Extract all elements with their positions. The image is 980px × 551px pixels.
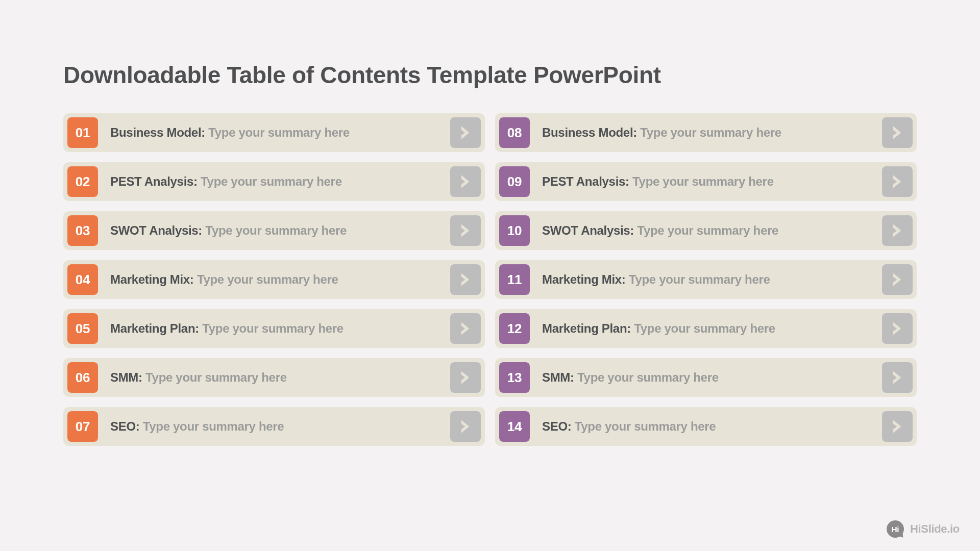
toc-number-badge: 04: [67, 264, 98, 295]
toc-text: SMM: Type your summary here: [98, 370, 450, 385]
toc-label: PEST Analysis:: [110, 174, 201, 188]
chevron-right-icon[interactable]: [450, 313, 481, 344]
toc-row[interactable]: 05 Marketing Plan: Type your summary her…: [63, 309, 485, 348]
toc-number-badge: 10: [499, 215, 530, 246]
chevron-right-icon[interactable]: [882, 264, 913, 295]
chevron-right-icon[interactable]: [882, 117, 913, 148]
toc-row[interactable]: 12 Marketing Plan: Type your summary her…: [495, 309, 917, 348]
toc-number-badge: 12: [499, 313, 530, 344]
toc-summary: Type your summary here: [201, 174, 342, 188]
toc-row[interactable]: 04 Marketing Mix: Type your summary here: [63, 260, 485, 299]
footer-brand: Hi HiSlide.io: [887, 520, 960, 538]
toc-text: Marketing Mix: Type your summary here: [98, 272, 450, 287]
toc-row[interactable]: 02 PEST Analysis: Type your summary here: [63, 162, 485, 201]
toc-label: SWOT Analysis:: [542, 223, 637, 237]
chevron-right-icon[interactable]: [882, 166, 913, 197]
toc-label: Business Model:: [542, 126, 640, 139]
toc-number-badge: 03: [67, 215, 98, 246]
toc-summary: Type your summary here: [197, 272, 338, 286]
chevron-right-icon[interactable]: [450, 117, 481, 148]
toc-number-badge: 13: [499, 362, 530, 393]
chevron-right-icon[interactable]: [882, 313, 913, 344]
toc-label: SMM:: [542, 370, 577, 384]
toc-text: SMM: Type your summary here: [530, 370, 882, 385]
toc-number-badge: 05: [67, 313, 98, 344]
toc-row[interactable]: 07 SEO: Type your summary here: [63, 407, 485, 446]
toc-label: SEO:: [542, 419, 575, 433]
toc-number-badge: 01: [67, 117, 98, 148]
toc-text: SWOT Analysis: Type your summary here: [98, 223, 450, 238]
toc-number-badge: 11: [499, 264, 530, 295]
chevron-right-icon[interactable]: [450, 166, 481, 197]
toc-row[interactable]: 11 Marketing Mix: Type your summary here: [495, 260, 917, 299]
toc-summary: Type your summary here: [629, 272, 770, 286]
toc-number-badge: 09: [499, 166, 530, 197]
toc-label: SWOT Analysis:: [110, 223, 205, 237]
toc-label: Marketing Mix:: [542, 272, 629, 286]
toc-text: PEST Analysis: Type your summary here: [530, 174, 882, 189]
toc-text: PEST Analysis: Type your summary here: [98, 174, 450, 189]
toc-text: SEO: Type your summary here: [98, 419, 450, 434]
toc-row[interactable]: 14 SEO: Type your summary here: [495, 407, 917, 446]
toc-number-badge: 07: [67, 411, 98, 442]
toc-summary: Type your summary here: [640, 126, 781, 139]
toc-summary: Type your summary here: [575, 419, 716, 433]
toc-number-badge: 08: [499, 117, 530, 148]
toc-text: SWOT Analysis: Type your summary here: [530, 223, 882, 238]
slide: Downloadable Table of Contents Template …: [0, 0, 980, 551]
toc-label: Marketing Plan:: [110, 321, 202, 335]
toc-text: SEO: Type your summary here: [530, 419, 882, 434]
toc-summary: Type your summary here: [208, 126, 350, 139]
toc-summary: Type your summary here: [205, 223, 347, 237]
toc-summary: Type your summary here: [637, 223, 778, 237]
toc-label: SEO:: [110, 419, 143, 433]
toc-label: PEST Analysis:: [542, 174, 632, 188]
chevron-right-icon[interactable]: [882, 362, 913, 393]
toc-columns: 01 Business Model: Type your summary her…: [63, 113, 917, 446]
toc-row[interactable]: 03 SWOT Analysis: Type your summary here: [63, 211, 485, 250]
toc-text: Business Model: Type your summary here: [98, 126, 450, 140]
toc-text: Marketing Mix: Type your summary here: [530, 272, 882, 287]
toc-summary: Type your summary here: [577, 370, 719, 384]
toc-label: Marketing Plan:: [542, 321, 634, 335]
toc-text: Marketing Plan: Type your summary here: [530, 321, 882, 336]
toc-summary: Type your summary here: [634, 321, 775, 335]
toc-row[interactable]: 13 SMM: Type your summary here: [495, 358, 917, 397]
toc-number-badge: 14: [499, 411, 530, 442]
toc-summary: Type your summary here: [632, 174, 774, 188]
chevron-right-icon[interactable]: [450, 215, 481, 246]
toc-row[interactable]: 01 Business Model: Type your summary her…: [63, 113, 485, 152]
toc-row[interactable]: 08 Business Model: Type your summary her…: [495, 113, 917, 152]
toc-summary: Type your summary here: [202, 321, 344, 335]
toc-number-badge: 06: [67, 362, 98, 393]
toc-text: Business Model: Type your summary here: [530, 126, 882, 140]
toc-number-badge: 02: [67, 166, 98, 197]
toc-summary: Type your summary here: [145, 370, 287, 384]
brand-bubble-icon: Hi: [887, 520, 904, 538]
toc-label: SMM:: [110, 370, 145, 384]
toc-row[interactable]: 10 SWOT Analysis: Type your summary here: [495, 211, 917, 250]
chevron-right-icon[interactable]: [450, 264, 481, 295]
chevron-right-icon[interactable]: [882, 411, 913, 442]
slide-title: Downloadable Table of Contents Template …: [63, 61, 917, 89]
toc-summary: Type your summary here: [143, 419, 284, 433]
toc-row[interactable]: 09 PEST Analysis: Type your summary here: [495, 162, 917, 201]
toc-column-right: 08 Business Model: Type your summary her…: [495, 113, 917, 446]
toc-label: Business Model:: [110, 126, 208, 139]
chevron-right-icon[interactable]: [450, 362, 481, 393]
chevron-right-icon[interactable]: [882, 215, 913, 246]
toc-label: Marketing Mix:: [110, 272, 197, 286]
brand-name: HiSlide.io: [910, 522, 960, 536]
toc-column-left: 01 Business Model: Type your summary her…: [63, 113, 485, 446]
toc-row[interactable]: 06 SMM: Type your summary here: [63, 358, 485, 397]
chevron-right-icon[interactable]: [450, 411, 481, 442]
toc-text: Marketing Plan: Type your summary here: [98, 321, 450, 336]
